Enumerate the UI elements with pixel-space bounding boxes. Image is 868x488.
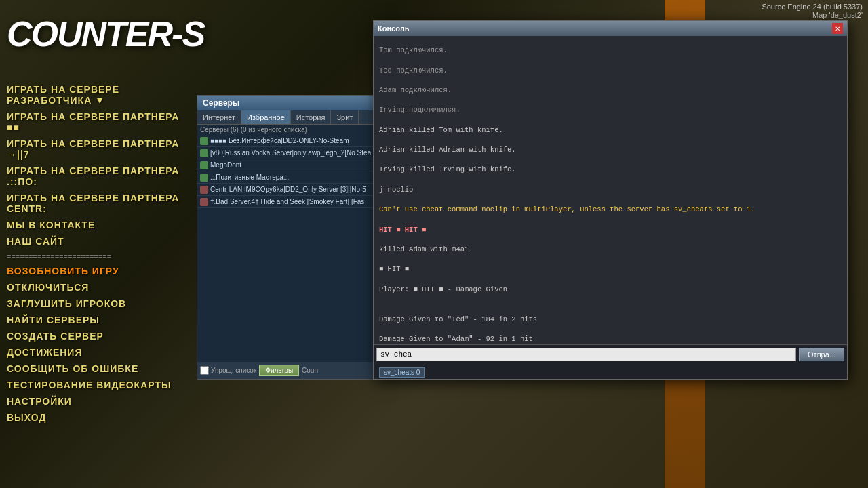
console-line: Irving killed Irving with knife. bbox=[379, 165, 842, 175]
server-secure-icon bbox=[200, 137, 208, 145]
server-secure-icon bbox=[200, 186, 208, 194]
console-submit-button[interactable]: Отпра... bbox=[799, 348, 844, 361]
server-browser: Серверы ИнтернетИзбранноеИсторияЗрит Сер… bbox=[197, 95, 380, 380]
console-line: Irving подключился. bbox=[379, 105, 842, 115]
filter-button[interactable]: Фильтры bbox=[259, 365, 299, 376]
menu-item-divider: ======================== bbox=[0, 249, 197, 263]
server-tab-internet[interactable]: Интернет bbox=[197, 110, 241, 124]
menu-item-create[interactable]: СОЗДАТЬ СЕРВЕР bbox=[0, 328, 197, 344]
menu-item-play-partner1[interactable]: Играть на Сервере партнера ■■ bbox=[0, 108, 197, 136]
console-line: Adam подключился. bbox=[379, 85, 842, 96]
server-bottom-bar: Упрощ. список Фильтры Coun bbox=[197, 362, 379, 379]
server-list-item[interactable]: .::Позитивные Мастера::. bbox=[197, 171, 379, 184]
console-close-button[interactable]: ✕ bbox=[832, 23, 843, 34]
server-item-name: MegaDont bbox=[210, 161, 241, 169]
engine-version: Source Engine 24 (build 5337) bbox=[762, 3, 863, 11]
console-line: killed Adam with m4a1. bbox=[379, 245, 842, 255]
console-line: Adrian killed Adrian with knife. bbox=[379, 145, 842, 155]
autocomplete-suggestion[interactable]: sv_cheats 0 bbox=[379, 367, 425, 378]
menu-item-exit[interactable]: ВЫХОД bbox=[0, 409, 197, 426]
console-line: Ted подключился. bbox=[379, 66, 842, 76]
server-list-item[interactable]: MegaDont bbox=[197, 159, 379, 171]
menu-item-resume[interactable]: ВОЗОБНОВИТЬ ИГРУ bbox=[0, 263, 197, 279]
console-line: j noclip bbox=[379, 185, 842, 195]
console-line: HIT ■ HIT ■ bbox=[379, 225, 842, 235]
server-tab-favorites[interactable]: Избранное bbox=[241, 110, 291, 124]
simplify-checkbox[interactable] bbox=[200, 366, 209, 375]
server-list-item[interactable]: [v80]Russian Vodka Server|only awp_lego_… bbox=[197, 147, 379, 159]
server-list-item[interactable]: ■■■■ Без.Интерфейса[DD2-ONLY-No-Steam bbox=[197, 135, 379, 147]
menu-item-play-dev[interactable]: Играть на Сервере разработчика ▼ bbox=[0, 81, 197, 108]
server-item-name: ■■■■ Без.Интерфейса[DD2-ONLY-No-Steam bbox=[210, 136, 349, 145]
console-input[interactable] bbox=[376, 348, 796, 361]
server-tab-spectate[interactable]: Зрит bbox=[331, 110, 359, 124]
server-secure-icon bbox=[200, 198, 208, 206]
console-titlebar: Консоль ✕ bbox=[374, 21, 847, 36]
menu-item-find[interactable]: НАЙТИ СЕРВЕРЫ bbox=[0, 312, 197, 328]
server-list-header: Серверы (6) (0 из чёрного списка) bbox=[197, 125, 379, 135]
console-window: Консоль ✕ Network: IP 192.168.199.7, mod… bbox=[373, 20, 848, 380]
simplify-checkbox-label[interactable]: Упрощ. список bbox=[200, 366, 256, 375]
console-title: Консоль bbox=[378, 24, 409, 33]
server-secure-icon bbox=[200, 149, 208, 157]
console-line: Damage Given to "Adam" - 92 in 1 hit bbox=[379, 334, 842, 344]
menu-item-achievements[interactable]: ДОСТИЖЕНИЯ bbox=[0, 344, 197, 361]
console-line: Adrian killed Tom with knife. bbox=[379, 125, 842, 136]
menu-item-contact[interactable]: Мы в контакте bbox=[0, 217, 197, 233]
engine-info: Source Engine 24 (build 5337) Map 'de_du… bbox=[762, 3, 863, 19]
console-line: Can't use cheat command noclip in multiP… bbox=[379, 205, 842, 215]
server-list-item[interactable]: †.Bad Server.4† Hide and Seek [Smokey Fa… bbox=[197, 196, 379, 208]
map-name: Map 'de_dust2' bbox=[762, 11, 863, 19]
menu-item-settings[interactable]: НАСТРОЙКИ bbox=[0, 393, 197, 409]
menu-item-report[interactable]: СООБЩИТЬ ОБ ОШИБКЕ bbox=[0, 361, 197, 377]
console-line: Tom подключился. bbox=[379, 45, 842, 56]
server-browser-title: Серверы bbox=[197, 96, 379, 110]
simplify-label: Упрощ. список bbox=[211, 367, 256, 374]
menu-item-site[interactable]: Наш сайт bbox=[0, 233, 197, 249]
server-tabs: ИнтернетИзбранноеИсторияЗрит bbox=[197, 110, 379, 125]
console-input-row: Отпра... bbox=[374, 344, 847, 364]
counter-label: Coun bbox=[302, 367, 318, 374]
main-menu: Играть на Сервере разработчика ▼Играть н… bbox=[0, 0, 197, 488]
console-output[interactable]: Network: IP 192.168.199.7, mode MP, dedi… bbox=[374, 36, 847, 344]
menu-item-mute[interactable]: ЗАГЛУШИТЬ ИГРОКОВ bbox=[0, 296, 197, 312]
server-secure-icon bbox=[200, 161, 208, 169]
menu-item-play-partner2[interactable]: Играть на Сервере партнера →||7 bbox=[0, 136, 197, 163]
console-line: Damage Given to "Ted" - 184 in 2 hits bbox=[379, 314, 842, 325]
server-item-name: Centr-LAN |M9COpy6ka|DD2_Only Server [3]… bbox=[210, 185, 366, 194]
menu-item-play-partner3[interactable]: Играть на Сервере партнера .::По: bbox=[0, 163, 197, 190]
server-list-item[interactable]: Centr-LAN |M9COpy6ka|DD2_Only Server [3]… bbox=[197, 184, 379, 196]
menu-item-play-partner4[interactable]: Играть на Сервере партнера Centr: bbox=[0, 190, 197, 217]
console-line: Player: ■ HIT ■ - Damage Given bbox=[379, 285, 842, 295]
server-tab-history[interactable]: История bbox=[291, 110, 332, 124]
server-item-name: .::Позитивные Мастера::. bbox=[210, 173, 289, 182]
console-autocomplete: sv_cheats 0 bbox=[374, 364, 847, 379]
console-line: ■ HIT ■ bbox=[379, 264, 842, 274]
server-item-name: [v80]Russian Vodka Server|only awp_lego_… bbox=[210, 148, 371, 157]
server-list: ■■■■ Без.Интерфейса[DD2-ONLY-No-Steam[v8… bbox=[197, 135, 379, 362]
server-item-name: †.Bad Server.4† Hide and Seek [Smokey Fa… bbox=[210, 197, 364, 206]
menu-item-disconnect[interactable]: ОТКЛЮЧИТЬСЯ bbox=[0, 279, 197, 296]
menu-item-video-test[interactable]: ТЕСТИРОВАНИЕ ВИДЕОКАРТЫ bbox=[0, 377, 197, 393]
server-secure-icon bbox=[200, 174, 208, 182]
